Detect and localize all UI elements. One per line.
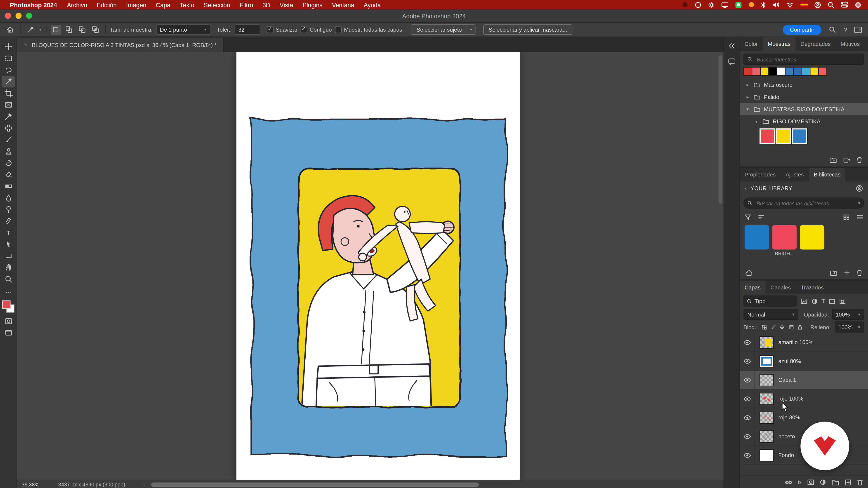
swatch-riso-red[interactable] [760, 128, 775, 144]
foreground-background-colors[interactable] [2, 300, 15, 313]
triangle-down-icon[interactable]: ▾ [745, 106, 750, 111]
library-search-field[interactable]: ▾ [743, 197, 864, 208]
expand-panels-icon[interactable] [728, 42, 736, 50]
history-brush-tool[interactable] [2, 157, 15, 169]
crop-tool[interactable] [2, 88, 15, 99]
swatch-dot-icon[interactable] [748, 2, 754, 8]
layer-name[interactable]: boceto [778, 433, 795, 440]
chevron-down-icon[interactable]: ▾ [858, 201, 860, 205]
artboard[interactable] [237, 52, 520, 480]
new-group-icon[interactable] [830, 269, 837, 276]
comments-panel-icon[interactable] [728, 58, 736, 65]
dodge-tool[interactable] [2, 203, 15, 215]
marquee-tool[interactable] [2, 53, 15, 64]
move-tool[interactable] [2, 41, 15, 53]
swatch[interactable] [819, 68, 827, 75]
menu-texto[interactable]: Texto [180, 1, 194, 8]
visibility-toggle[interactable] [740, 333, 755, 351]
lock-all-icon[interactable] [798, 324, 803, 330]
lock-position-icon[interactable] [780, 324, 785, 330]
triangle-right-icon[interactable]: ▸ [745, 82, 750, 87]
layer-thumbnail[interactable] [760, 355, 773, 366]
tab-canales[interactable]: Canales [766, 281, 796, 294]
tab-trazados[interactable]: Trazados [796, 281, 829, 294]
layer-effects-icon[interactable]: fx [798, 480, 802, 485]
tool-preset-caret-icon[interactable]: ▾ [39, 27, 41, 32]
layer-row-azul[interactable]: azul 80% [740, 352, 868, 371]
visibility-toggle[interactable] [740, 446, 755, 464]
lock-transparency-icon[interactable] [762, 324, 767, 330]
gear-icon[interactable] [708, 1, 715, 8]
home-icon[interactable] [4, 24, 16, 35]
checkbox-contiguo[interactable]: Contiguo [301, 26, 332, 33]
lock-pixels-icon[interactable] [771, 324, 776, 330]
help-icon[interactable]: ? [844, 26, 847, 33]
sort-icon[interactable] [758, 214, 765, 220]
layer-thumbnail[interactable] [760, 375, 773, 385]
grid-view-icon[interactable] [843, 214, 850, 220]
tab-ajustes[interactable]: Ajustes [780, 168, 809, 182]
swatch[interactable] [761, 68, 768, 75]
checkbox-suavizar[interactable]: Suavizar [267, 26, 298, 33]
library-asset-pink[interactable] [772, 225, 797, 250]
filter-funnel-icon[interactable] [745, 214, 751, 220]
menu-capa[interactable]: Capa [156, 1, 170, 8]
screen-mode-icon[interactable] [2, 327, 15, 338]
layer-row-capa1[interactable]: Capa 1 [740, 371, 868, 390]
layer-thumbnail[interactable] [760, 393, 773, 404]
swatch-group-riso-domestika[interactable]: ▾ RISO DOMESTIKA [740, 115, 868, 127]
brush-tool[interactable] [2, 134, 15, 145]
sample-size-dropdown[interactable]: De 1 punto ▾ [156, 24, 210, 35]
swatch-group-mas-oscuro[interactable]: ▸ Más oscuro [740, 78, 868, 91]
opacity-dropdown[interactable]: 100% ▾ [832, 309, 864, 320]
workspace-switcher-icon[interactable] [852, 24, 864, 35]
tolerance-input[interactable] [235, 24, 260, 35]
tab-muestras[interactable]: Muestras [763, 37, 796, 51]
tab-motivos[interactable]: Motivos [836, 37, 865, 51]
layer-thumbnail[interactable] [760, 431, 773, 442]
cloud-sync-icon[interactable] [745, 270, 753, 276]
menu-imagen[interactable]: Imagen [126, 1, 147, 8]
zoom-window-button[interactable] [26, 13, 32, 19]
visibility-toggle[interactable] [740, 390, 755, 408]
layer-thumbnail[interactable] [760, 337, 773, 348]
select-subject-button[interactable]: Seleccionar sujeto [411, 24, 467, 35]
minimize-window-button[interactable] [16, 13, 22, 19]
visibility-toggle[interactable] [740, 408, 755, 427]
lock-artboard-icon[interactable] [789, 324, 794, 330]
menu-archivo[interactable]: Archivo [67, 1, 87, 8]
blur-tool[interactable] [2, 192, 15, 203]
frame-tool[interactable] [2, 99, 15, 110]
list-view-icon[interactable] [857, 214, 863, 220]
tab-capas[interactable]: Capas [740, 281, 766, 294]
filter-adjustment-layers-icon[interactable] [811, 298, 817, 304]
zoom-level[interactable]: 36,38% [22, 482, 39, 488]
swatch[interactable] [744, 68, 752, 75]
creative-cloud-icon[interactable] [694, 1, 701, 8]
swatch-riso-blue[interactable] [792, 128, 807, 144]
swatches-search-field[interactable] [743, 54, 864, 65]
visibility-toggle[interactable] [740, 352, 755, 370]
search-icon[interactable] [827, 24, 838, 35]
zoom-tool[interactable] [2, 273, 15, 285]
swatch-riso-yellow[interactable] [776, 128, 791, 144]
gradient-tool[interactable] [2, 180, 15, 192]
swatch-group-palido[interactable]: ▸ Pálido [740, 91, 868, 103]
back-icon[interactable]: ‹ [745, 184, 747, 192]
layer-row-rojo30[interactable]: rojo 30% [740, 408, 868, 427]
pen-tool[interactable] [2, 215, 15, 227]
eyedropper-tool[interactable] [2, 111, 15, 122]
lasso-tool[interactable] [2, 64, 15, 76]
layer-thumbnail[interactable] [760, 450, 773, 461]
checkbox-icon[interactable] [267, 26, 274, 33]
scrollbar-thumb[interactable] [151, 482, 478, 487]
triangle-right-icon[interactable]: ▸ [745, 94, 750, 99]
library-search-input[interactable] [755, 199, 855, 207]
quick-mask-icon[interactable] [2, 315, 15, 327]
layer-thumbnail[interactable] [760, 412, 773, 423]
swatch[interactable] [802, 68, 810, 75]
tab-propiedades[interactable]: Propiedades [740, 168, 781, 182]
layer-name[interactable]: rojo 30% [778, 414, 800, 420]
user-icon[interactable] [814, 1, 821, 8]
keyboard-layout-flag-icon[interactable] [800, 2, 808, 7]
